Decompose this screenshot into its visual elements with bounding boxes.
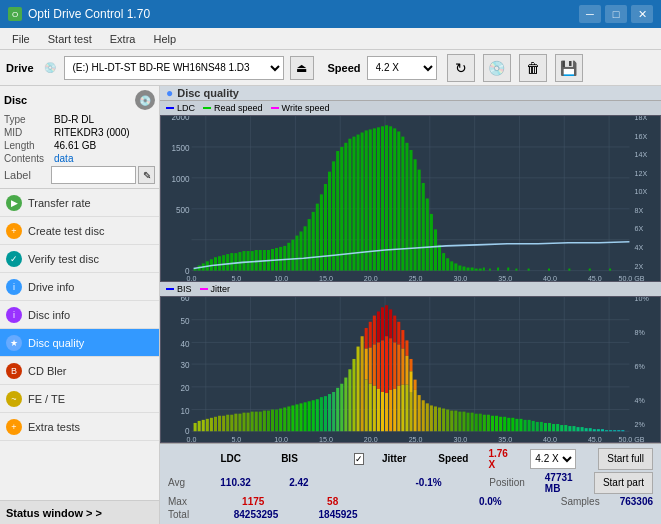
nav-create-test-disc[interactable]: + Create test disc (0, 217, 159, 245)
svg-rect-173 (238, 414, 241, 432)
svg-rect-248 (442, 408, 445, 431)
svg-rect-116 (515, 269, 517, 271)
svg-rect-254 (467, 413, 470, 432)
nav-disc-info[interactable]: i Disc info (0, 301, 159, 329)
svg-rect-278 (564, 425, 567, 431)
svg-text:5.0: 5.0 (231, 275, 241, 281)
close-button[interactable]: ✕ (631, 5, 653, 23)
stats-total-ldc: 84253295 (220, 509, 292, 520)
legend-jitter: Jitter (200, 284, 231, 294)
svg-rect-204 (365, 328, 368, 349)
disc-mid-row: MID RITEKDR3 (000) (4, 127, 155, 138)
legend-write: Write speed (271, 103, 330, 113)
chart-title: Disc quality (177, 87, 239, 99)
menu-help[interactable]: Help (145, 31, 184, 47)
burn-button[interactable]: 💿 (483, 54, 511, 82)
stats-speed-select[interactable]: 4.2 X8 X (530, 449, 576, 469)
disc-label-label: Label (4, 169, 49, 181)
disc-label-row: Label ✎ (4, 166, 155, 184)
svg-rect-83 (365, 130, 368, 270)
svg-rect-165 (206, 419, 209, 431)
nav-cd-bler[interactable]: B CD Bler (0, 357, 159, 385)
svg-rect-267 (519, 419, 522, 431)
status-window-button[interactable]: Status window > > (0, 500, 159, 524)
stats-avg-bis: 2.42 (277, 477, 320, 488)
svg-text:8%: 8% (635, 329, 646, 337)
svg-rect-213 (377, 311, 380, 342)
svg-rect-109 (471, 268, 474, 271)
svg-rect-237 (409, 359, 412, 371)
svg-text:12X: 12X (635, 170, 648, 178)
svg-rect-238 (409, 371, 412, 392)
disc-mid-label: MID (4, 127, 54, 138)
disc-label-input[interactable] (51, 166, 136, 184)
refresh-button[interactable]: ↻ (447, 54, 475, 82)
svg-rect-236 (405, 385, 408, 431)
svg-rect-281 (576, 427, 579, 431)
svg-rect-104 (450, 261, 453, 270)
svg-rect-182 (275, 409, 278, 431)
svg-rect-70 (312, 212, 315, 271)
svg-rect-177 (255, 412, 258, 432)
start-full-button[interactable]: Start full (598, 448, 653, 470)
nav-icon-transfer-rate: ▶ (6, 195, 22, 211)
drive-select[interactable]: (E:) HL-DT-ST BD-RE WH16NS48 1.D3 (64, 56, 284, 80)
svg-rect-274 (548, 423, 551, 431)
svg-rect-75 (332, 161, 335, 270)
svg-rect-190 (308, 401, 311, 431)
svg-rect-102 (442, 253, 445, 271)
svg-rect-265 (511, 418, 514, 431)
svg-rect-48 (222, 255, 225, 270)
stats-max-row: Max 1175 58 0.0% Samples 763306 (168, 496, 653, 507)
stats-jitter-header: Jitter (382, 453, 406, 464)
toolbar: Drive 💿 (E:) HL-DT-ST BD-RE WH16NS48 1.D… (0, 50, 661, 86)
stats-position-label: Position (489, 477, 525, 488)
svg-text:60: 60 (180, 297, 189, 303)
menu-extra[interactable]: Extra (102, 31, 144, 47)
speed-select[interactable]: 4.2 X8 X12 X (367, 56, 437, 80)
nav-label-disc-quality: Disc quality (28, 337, 84, 349)
svg-text:50.0 GB: 50.0 GB (618, 435, 644, 441)
nav-verify-test-disc[interactable]: ✓ Verify test disc (0, 245, 159, 273)
minimize-button[interactable]: ─ (579, 5, 601, 23)
svg-rect-64 (287, 243, 290, 271)
nav-extra-tests[interactable]: + Extra tests (0, 413, 159, 441)
svg-rect-245 (430, 405, 433, 431)
svg-rect-183 (279, 408, 282, 431)
svg-rect-253 (462, 412, 465, 432)
title-bar-controls[interactable]: ─ □ ✕ (579, 5, 653, 23)
svg-rect-214 (377, 342, 380, 388)
delete-button[interactable]: 🗑 (519, 54, 547, 82)
nav-disc-quality[interactable]: ★ Disc quality (0, 329, 159, 357)
svg-text:35.0: 35.0 (498, 435, 512, 441)
eject-button[interactable]: ⏏ (290, 56, 314, 80)
nav-fe-te[interactable]: ~ FE / TE (0, 385, 159, 413)
start-part-button[interactable]: Start part (594, 472, 653, 494)
svg-rect-46 (214, 257, 217, 270)
stats-total-label: Total (168, 509, 204, 520)
svg-rect-219 (385, 305, 388, 336)
svg-rect-233 (401, 385, 404, 431)
nav-transfer-rate[interactable]: ▶ Transfer rate (0, 189, 159, 217)
disc-label-edit-button[interactable]: ✎ (138, 166, 155, 184)
save-button[interactable]: 💾 (555, 54, 583, 82)
svg-text:18X: 18X (635, 116, 648, 122)
chart-legend-top: LDC Read speed Write speed (160, 101, 661, 115)
svg-rect-279 (568, 426, 571, 431)
menu-start-test[interactable]: Start test (40, 31, 100, 47)
svg-rect-271 (536, 422, 539, 431)
svg-rect-218 (381, 392, 384, 431)
nav-drive-info[interactable]: i Drive info (0, 273, 159, 301)
svg-rect-247 (438, 407, 441, 431)
menu-file[interactable]: File (4, 31, 38, 47)
jitter-checkbox[interactable]: ✓ (354, 453, 364, 465)
svg-rect-162 (194, 423, 197, 431)
svg-rect-203 (361, 336, 364, 431)
svg-rect-185 (287, 406, 290, 431)
svg-rect-171 (230, 415, 233, 432)
maximize-button[interactable]: □ (605, 5, 627, 23)
svg-text:40.0: 40.0 (543, 275, 557, 281)
legend-label-write: Write speed (282, 103, 330, 113)
svg-rect-195 (328, 394, 331, 431)
svg-rect-67 (299, 231, 302, 270)
